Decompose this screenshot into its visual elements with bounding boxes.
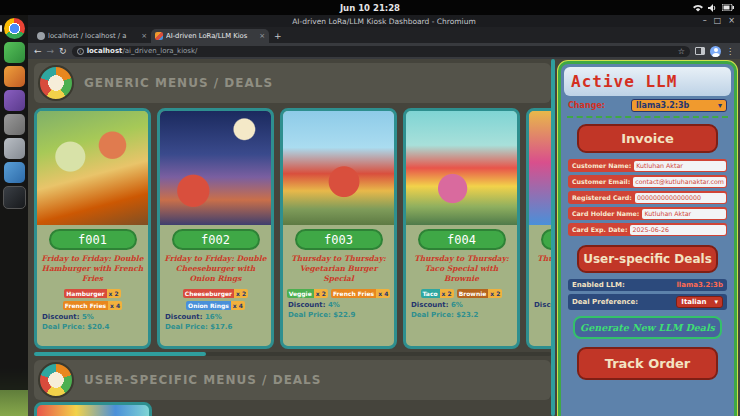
price-value: $23.2 [456,311,478,319]
dock-editor-icon[interactable] [4,138,25,159]
deal-item-badge: Veggiex 2 [287,289,328,298]
discount-line: Discount: 6% [406,299,517,309]
tab-close-icon[interactable]: × [259,32,265,40]
partial-deal-card[interactable] [34,402,152,416]
generate-llm-deals-button[interactable]: Generate New LLM Deals [573,316,722,339]
restaurant-logo [38,362,74,398]
deal-item-qty: x 2 [234,289,248,298]
price-label: Deal Price: [165,323,208,331]
field-label: Customer Name: [569,162,634,169]
discount-value: 5% [82,313,94,321]
tab-kiosk-dashboard[interactable]: AI-driven LoRa/LLM Kios × [151,29,269,43]
minimize-icon[interactable]: – [703,17,707,25]
system-status-area[interactable] [693,0,734,15]
deal-item-qty: x 2 [488,289,502,298]
card-exp-field[interactable]: Card Exp. Date: 2025-06-26 [568,223,727,236]
tab-close-icon[interactable]: × [141,32,147,40]
dock-software-icon[interactable] [4,162,25,183]
deal-item-qty: x 2 [314,289,328,298]
browser-toolbar: ← → ↻ i localhost/ai_driven_lora_kiosk/ … [28,43,740,59]
deal-item-name: Veggie [287,289,314,298]
deal-card-f005[interactable]: f005 Thursday to Thursday: Cheese Burrit… [526,108,551,349]
field-value[interactable]: 0000000000000000 [635,193,726,203]
browser-window: AI-driven LoRa/LLM Kiosk Dashboard - Chr… [28,15,740,416]
deal-preference-label: Deal Preference: [572,298,638,306]
field-value[interactable]: contact@kutluhanaktar.com [633,177,726,187]
price-value: $22.9 [333,311,355,319]
price-value: $20.4 [87,323,109,331]
tab-strip: localhost / localhost / a × AI-driven Lo… [28,27,740,43]
close-icon[interactable]: × [728,17,735,25]
browser-menu-icon[interactable]: ⋮ [726,47,734,56]
deal-items: Hamburgerx 2 French Friesx 4 [37,288,148,311]
llm-select-value: llama3.2:3b [636,101,689,110]
field-value[interactable]: Kutluhan Aktar [634,161,726,171]
price-value: $17.6 [210,323,232,331]
cards-scrollbar-thumb[interactable] [34,352,206,356]
maximize-icon[interactable]: □ [714,17,722,25]
registered-card-field[interactable]: Registered Card: 0000000000000000 [568,191,727,204]
dock-terminal-icon[interactable] [3,186,26,209]
deal-code-button[interactable]: f001 [49,229,137,250]
deal-items: Veggiex 2 French Friesx 4 [283,288,394,299]
deal-item-qty: x 4 [376,289,390,298]
tab-label: AI-driven LoRa/LLM Kios [166,32,256,40]
tab-localhost[interactable]: localhost / localhost / a × [33,29,151,43]
field-label: Registered Card: [569,194,635,201]
dock-files-icon[interactable] [4,42,25,63]
new-tab-button[interactable]: + [274,31,282,41]
field-value[interactable]: Kutluhan Aktar [642,209,726,219]
deal-code-button[interactable]: f005 [541,229,552,250]
deal-code-button[interactable]: f003 [295,229,383,250]
llm-change-row: Change: llama3.2:3b ▾ [568,99,727,112]
deal-code-button[interactable]: f004 [418,229,506,250]
deal-items: Burritox 2 [529,288,551,299]
customer-email-field[interactable]: Customer Email: contact@kutluhanaktar.co… [568,175,727,188]
card-holder-field[interactable]: Card Holder Name: Kutluhan Aktar [568,207,727,220]
deal-card-f002[interactable]: f002 Friday to Friday: Double Cheeseburg… [157,108,274,349]
dock-orange-app-icon[interactable] [4,66,25,87]
kiosk-favicon-icon [155,32,163,40]
deal-item-qty: x 4 [108,301,122,310]
deal-card-illustration [406,111,517,225]
page-vertical-scrollbar[interactable] [551,59,555,416]
deal-item-name: French Fries [331,289,376,298]
side-panel-icon[interactable] [695,47,705,55]
deal-card-f003[interactable]: f003 Thursday to Thursday: Vegetarian Bu… [280,108,397,349]
deal-item-name: Cheeseburger [183,289,234,298]
dock-settings-icon[interactable] [4,114,25,135]
invoice-button[interactable]: Invoice [577,124,718,153]
deal-item-badge: Tacox 2 [421,289,454,298]
deal-item-name: Taco [421,289,440,298]
forward-icon[interactable]: → [47,47,55,56]
dock-purple-app-icon[interactable] [4,90,25,111]
window-titlebar[interactable]: AI-driven LoRa/LLM Kiosk Dashboard - Chr… [28,15,740,27]
discount-line: Discount: 16% [160,311,271,321]
track-order-button[interactable]: Track Order [577,347,718,380]
change-label: Change: [568,101,605,110]
site-info-icon[interactable]: i [77,48,84,55]
deal-card-f001[interactable]: f001 Friday to Friday: Double Hamburger … [34,108,151,349]
discount-line: Discount: 5% [37,311,148,321]
field-value[interactable]: 2025-06-26 [630,225,726,235]
deal-description: Thursday to Thursday: Taco Special with … [406,252,517,288]
bookmark-star-icon[interactable]: ☆ [678,47,685,56]
back-icon[interactable]: ← [34,47,42,56]
clock[interactable]: Jun 10 21:28 [340,3,400,13]
deal-item-qty: x 4 [231,301,245,310]
profile-avatar[interactable] [710,46,721,57]
cards-scrollbar-track[interactable] [34,352,551,356]
customer-name-field[interactable]: Customer Name: Kutluhan Aktar [568,159,727,172]
deal-code-button[interactable]: f002 [172,229,260,250]
deal-item-badge: Hamburgerx 2 [64,289,120,298]
user-specific-deals-button[interactable]: User-specific Deals [577,245,718,273]
address-bar[interactable]: i localhost/ai_driven_lora_kiosk/ ☆ [72,46,690,57]
dock-chromium-icon[interactable] [4,18,25,39]
reload-icon[interactable]: ↻ [59,47,67,56]
price-line: Deal Price: $22.9 [283,309,394,319]
llm-select[interactable]: llama3.2:3b ▾ [631,99,727,112]
globe-favicon-icon [37,32,45,40]
deal-preference-select[interactable]: Italian ▾ [676,296,723,308]
chevron-down-icon: ▾ [718,101,722,110]
deal-card-f004[interactable]: f004 Thursday to Thursday: Taco Special … [403,108,520,349]
